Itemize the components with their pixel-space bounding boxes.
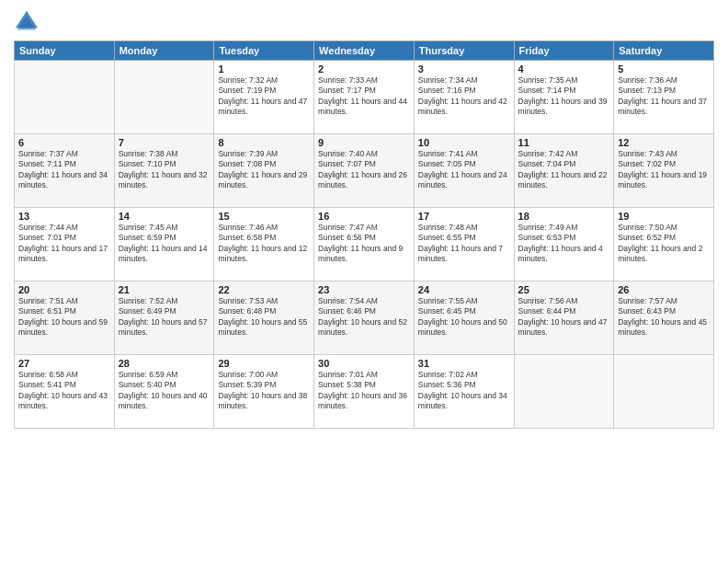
day-number: 18	[518, 211, 610, 222]
day-number: 1	[218, 63, 310, 75]
day-number: 9	[318, 137, 410, 148]
day-number: 16	[318, 211, 410, 222]
day-info: Sunrise: 7:45 AMSunset: 6:59 PMDaylight:…	[119, 223, 210, 265]
calendar-cell	[15, 61, 115, 134]
day-info: Sunrise: 7:42 AMSunset: 7:04 PMDaylight:…	[518, 149, 610, 191]
day-number: 6	[18, 137, 110, 148]
calendar-cell: 14Sunrise: 7:45 AMSunset: 6:59 PMDayligh…	[114, 208, 214, 282]
page: SundayMondayTuesdayWednesdayThursdayFrid…	[0, 0, 728, 563]
calendar-week-row: 27Sunrise: 6:58 AMSunset: 5:41 PMDayligh…	[15, 355, 714, 429]
day-number: 5	[618, 63, 710, 75]
day-info: Sunrise: 7:37 AMSunset: 7:11 PMDaylight:…	[18, 149, 110, 191]
calendar-cell: 12Sunrise: 7:43 AMSunset: 7:02 PMDayligh…	[614, 134, 714, 208]
day-number: 22	[218, 284, 310, 295]
day-number: 14	[119, 211, 210, 222]
calendar-cell: 23Sunrise: 7:54 AMSunset: 6:46 PMDayligh…	[314, 282, 415, 355]
calendar-cell: 27Sunrise: 6:58 AMSunset: 5:41 PMDayligh…	[15, 355, 115, 429]
day-info: Sunrise: 7:51 AMSunset: 6:51 PMDaylight:…	[18, 296, 110, 339]
day-info: Sunrise: 7:47 AMSunset: 6:56 PMDaylight:…	[318, 223, 410, 265]
calendar-cell: 1Sunrise: 7:32 AMSunset: 7:19 PMDaylight…	[214, 61, 314, 134]
day-info: Sunrise: 7:02 AMSunset: 5:36 PMDaylight:…	[418, 370, 510, 412]
column-header-sunday: Sunday	[15, 41, 115, 61]
day-info: Sunrise: 7:43 AMSunset: 7:02 PMDaylight:…	[618, 149, 710, 191]
day-info: Sunrise: 7:39 AMSunset: 7:08 PMDaylight:…	[218, 149, 310, 191]
day-number: 15	[218, 211, 310, 222]
day-info: Sunrise: 7:36 AMSunset: 7:13 PMDaylight:…	[618, 75, 710, 118]
calendar-cell: 13Sunrise: 7:44 AMSunset: 7:01 PMDayligh…	[15, 208, 115, 282]
day-number: 23	[318, 284, 410, 295]
day-number: 29	[218, 358, 310, 369]
calendar-cell: 18Sunrise: 7:49 AMSunset: 6:53 PMDayligh…	[514, 208, 614, 282]
calendar-cell: 28Sunrise: 6:59 AMSunset: 5:40 PMDayligh…	[114, 355, 214, 429]
calendar-week-row: 1Sunrise: 7:32 AMSunset: 7:19 PMDaylight…	[15, 61, 714, 134]
calendar-cell: 31Sunrise: 7:02 AMSunset: 5:36 PMDayligh…	[414, 355, 514, 429]
calendar-cell: 22Sunrise: 7:53 AMSunset: 6:48 PMDayligh…	[214, 282, 314, 355]
calendar-cell: 17Sunrise: 7:48 AMSunset: 6:55 PMDayligh…	[414, 208, 514, 282]
day-info: Sunrise: 7:48 AMSunset: 6:55 PMDaylight:…	[418, 223, 510, 265]
day-number: 30	[318, 358, 410, 369]
day-number: 27	[18, 358, 110, 369]
column-header-monday: Monday	[114, 41, 214, 61]
day-info: Sunrise: 7:53 AMSunset: 6:48 PMDaylight:…	[218, 296, 310, 339]
column-header-tuesday: Tuesday	[214, 41, 314, 61]
day-info: Sunrise: 7:40 AMSunset: 7:07 PMDaylight:…	[318, 149, 410, 191]
calendar-cell: 24Sunrise: 7:55 AMSunset: 6:45 PMDayligh…	[414, 282, 514, 355]
header	[14, 9, 714, 35]
column-header-friday: Friday	[514, 41, 614, 61]
day-number: 28	[119, 358, 210, 369]
calendar-cell: 19Sunrise: 7:50 AMSunset: 6:52 PMDayligh…	[614, 208, 714, 282]
day-info: Sunrise: 7:55 AMSunset: 6:45 PMDaylight:…	[418, 296, 510, 339]
day-info: Sunrise: 7:01 AMSunset: 5:38 PMDaylight:…	[318, 370, 410, 412]
calendar-week-row: 6Sunrise: 7:37 AMSunset: 7:11 PMDaylight…	[15, 134, 714, 208]
day-number: 19	[618, 211, 710, 222]
calendar-cell: 11Sunrise: 7:42 AMSunset: 7:04 PMDayligh…	[514, 134, 614, 208]
calendar-cell: 5Sunrise: 7:36 AMSunset: 7:13 PMDaylight…	[614, 61, 714, 134]
day-number: 8	[218, 137, 310, 148]
calendar-cell: 30Sunrise: 7:01 AMSunset: 5:38 PMDayligh…	[314, 355, 415, 429]
day-number: 13	[18, 211, 110, 222]
day-info: Sunrise: 7:57 AMSunset: 6:43 PMDaylight:…	[618, 296, 710, 339]
day-info: Sunrise: 6:58 AMSunset: 5:41 PMDaylight:…	[18, 370, 110, 412]
calendar-cell: 20Sunrise: 7:51 AMSunset: 6:51 PMDayligh…	[15, 282, 115, 355]
calendar-cell: 6Sunrise: 7:37 AMSunset: 7:11 PMDaylight…	[15, 134, 115, 208]
calendar-cell: 26Sunrise: 7:57 AMSunset: 6:43 PMDayligh…	[614, 282, 714, 355]
day-info: Sunrise: 7:32 AMSunset: 7:19 PMDaylight:…	[218, 75, 310, 118]
day-info: Sunrise: 7:52 AMSunset: 6:49 PMDaylight:…	[119, 296, 210, 339]
day-number: 25	[518, 284, 610, 295]
calendar-header-row: SundayMondayTuesdayWednesdayThursdayFrid…	[15, 41, 714, 61]
day-number: 20	[18, 284, 110, 295]
calendar-cell: 16Sunrise: 7:47 AMSunset: 6:56 PMDayligh…	[314, 208, 415, 282]
day-info: Sunrise: 6:59 AMSunset: 5:40 PMDaylight:…	[119, 370, 210, 412]
day-info: Sunrise: 7:00 AMSunset: 5:39 PMDaylight:…	[218, 370, 310, 412]
calendar-cell: 29Sunrise: 7:00 AMSunset: 5:39 PMDayligh…	[214, 355, 314, 429]
column-header-saturday: Saturday	[614, 41, 714, 61]
day-number: 12	[618, 137, 710, 148]
day-number: 2	[318, 63, 410, 75]
day-info: Sunrise: 7:33 AMSunset: 7:17 PMDaylight:…	[318, 75, 410, 118]
day-info: Sunrise: 7:50 AMSunset: 6:52 PMDaylight:…	[618, 223, 710, 265]
day-info: Sunrise: 7:56 AMSunset: 6:44 PMDaylight:…	[518, 296, 610, 339]
day-info: Sunrise: 7:38 AMSunset: 7:10 PMDaylight:…	[119, 149, 210, 191]
calendar-cell: 15Sunrise: 7:46 AMSunset: 6:58 PMDayligh…	[214, 208, 314, 282]
day-info: Sunrise: 7:35 AMSunset: 7:14 PMDaylight:…	[518, 75, 610, 118]
day-info: Sunrise: 7:44 AMSunset: 7:01 PMDaylight:…	[18, 223, 110, 265]
day-number: 10	[418, 137, 510, 148]
calendar-cell: 10Sunrise: 7:41 AMSunset: 7:05 PMDayligh…	[414, 134, 514, 208]
calendar-cell: 9Sunrise: 7:40 AMSunset: 7:07 PMDaylight…	[314, 134, 415, 208]
column-header-wednesday: Wednesday	[314, 41, 415, 61]
day-number: 21	[119, 284, 210, 295]
calendar-cell: 25Sunrise: 7:56 AMSunset: 6:44 PMDayligh…	[514, 282, 614, 355]
day-number: 3	[418, 63, 510, 75]
day-number: 24	[418, 284, 510, 295]
day-info: Sunrise: 7:34 AMSunset: 7:16 PMDaylight:…	[418, 75, 510, 118]
day-number: 26	[618, 284, 710, 295]
day-number: 17	[418, 211, 510, 222]
calendar-cell: 7Sunrise: 7:38 AMSunset: 7:10 PMDaylight…	[114, 134, 214, 208]
day-info: Sunrise: 7:41 AMSunset: 7:05 PMDaylight:…	[418, 149, 510, 191]
calendar-cell	[514, 355, 614, 429]
calendar-cell: 3Sunrise: 7:34 AMSunset: 7:16 PMDaylight…	[414, 61, 514, 134]
calendar-table: SundayMondayTuesdayWednesdayThursdayFrid…	[14, 40, 714, 429]
day-number: 4	[518, 63, 610, 75]
day-number: 11	[518, 137, 610, 148]
calendar-cell: 8Sunrise: 7:39 AMSunset: 7:08 PMDaylight…	[214, 134, 314, 208]
